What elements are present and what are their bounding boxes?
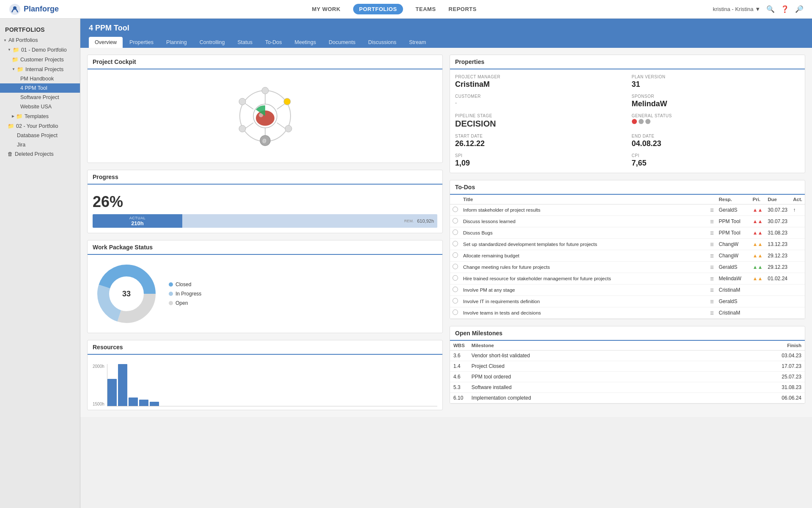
sidebar-item-customer-projects[interactable]: 📁 Customer Projects [0, 55, 80, 64]
tab-controlling[interactable]: Controlling [194, 37, 231, 48]
svg-point-1 [13, 6, 16, 10]
donut-section: 33 Closed In Progress [88, 255, 442, 333]
todo-checkbox[interactable] [450, 227, 461, 239]
logo[interactable]: Planforge [8, 3, 59, 16]
properties-panel: Properties PROJECT MANAGER CristinaM PLA… [450, 55, 805, 173]
sidebar-item-label: 01 - Demo Portfolio [21, 47, 67, 53]
sidebar-item-4ppm-tool[interactable]: 4 PPM Tool [0, 83, 80, 93]
app-layout: PORTFOLIOS ▼ All Portfolios ▼ 📁 01 - Dem… [0, 19, 812, 508]
nav-reports[interactable]: REPORTS [449, 6, 477, 12]
tab-overview[interactable]: Overview [89, 37, 123, 48]
donut-legend: Closed In Progress Open [169, 282, 201, 306]
sidebar-item-label: Jira [17, 142, 25, 148]
milestone-finish: 06.06.24 [708, 393, 805, 403]
page-header: 4 PPM Tool Overview Properties Planning … [80, 19, 812, 48]
todo-due [765, 296, 790, 307]
res-bar-1 [107, 379, 117, 406]
nav-links: MY WORK PORTFOLIOS TEAMS REPORTS [76, 4, 713, 14]
properties-grid: PROJECT MANAGER CristinaM PLAN VERSION 3… [450, 69, 805, 173]
prop-value: DECISION [455, 119, 623, 129]
sidebar-item-demo-portfolio[interactable]: ▼ 📁 01 - Demo Portfolio [0, 45, 80, 55]
sidebar-item-database-project[interactable]: Database Project [0, 131, 80, 140]
todo-resp: PPM Tool [716, 227, 750, 239]
svg-text:@: @ [262, 138, 266, 143]
sidebar-item-software-project[interactable]: Software Project [0, 93, 80, 102]
todo-checkbox[interactable] [450, 250, 461, 262]
zoom-icon[interactable]: 🔎 [795, 5, 804, 13]
milestone-wbs: 5.3 [450, 382, 468, 393]
sidebar-item-all-portfolios[interactable]: ▼ All Portfolios [0, 36, 80, 45]
svg-line-5 [277, 103, 285, 109]
todo-act [790, 216, 805, 227]
table-row: Inform stakeholder of project results ☰ … [450, 204, 805, 216]
nav-teams[interactable]: TEAMS [416, 6, 436, 12]
table-row: 4.6 PPM tool ordered 25.07.23 [450, 372, 805, 382]
table-row: Discuss Bugs ☰ PPM Tool ▲▲ 31.08.23 [450, 227, 805, 239]
todo-checkbox[interactable] [450, 296, 461, 307]
legend-dot-closed [169, 282, 173, 287]
col-icon [708, 195, 716, 204]
todo-checkbox[interactable] [450, 239, 461, 250]
tab-stream[interactable]: Stream [403, 37, 432, 48]
todo-resp: GeraldS [716, 262, 750, 273]
search-icon[interactable]: 🔍 [766, 5, 775, 13]
todo-checkbox[interactable] [450, 273, 461, 284]
sidebar-item-your-portfolio[interactable]: 📁 02 - Your Portfolio [0, 121, 80, 131]
milestone-wbs: 3.6 [450, 351, 468, 361]
sidebar-item-label: Software Project [20, 94, 59, 100]
tab-discussions[interactable]: Discussions [362, 37, 403, 48]
todo-title: Involve teams in tests and decisions [461, 307, 708, 319]
nav-user[interactable]: kristina - Kristina ▼ [713, 6, 760, 12]
tab-status[interactable]: Status [232, 37, 258, 48]
prop-end-date: END DATE 04.08.23 [632, 134, 800, 148]
sidebar-item-website-usa[interactable]: Website USA [0, 102, 80, 111]
todo-priority [750, 296, 765, 307]
todo-priority: ▲▲ [750, 227, 765, 239]
tab-documents[interactable]: Documents [323, 37, 361, 48]
help-icon[interactable]: ❓ [781, 5, 789, 13]
sidebar-item-label: Website USA [20, 104, 52, 110]
todo-checkbox[interactable] [450, 262, 461, 273]
res-bar-5 [150, 402, 159, 406]
tab-properties[interactable]: Properties [123, 37, 159, 48]
tab-meetings[interactable]: Meetings [289, 37, 322, 48]
sidebar-item-deleted-projects[interactable]: 🗑 Deleted Projects [0, 149, 80, 159]
todo-icon: ☰ [708, 284, 716, 296]
nav-portfolios[interactable]: PORTFOLIOS [353, 4, 403, 14]
todo-checkbox[interactable] [450, 204, 461, 216]
status-dots [632, 119, 800, 124]
donut-chart: 33 [93, 260, 160, 328]
prop-project-manager: PROJECT MANAGER CristinaM [455, 75, 623, 89]
folder-icon: 📁 [17, 66, 24, 72]
todo-title: Involve PM at any stage [461, 284, 708, 296]
table-row: Allocate remaining budget ☰ ChangW ▲▲ 29… [450, 250, 805, 262]
milestones-panel: Open Milestones WBS Milestone Finish 3.6… [450, 326, 805, 404]
tab-planning[interactable]: Planning [160, 37, 193, 48]
sidebar-item-jira[interactable]: Jira [0, 140, 80, 149]
sidebar-item-templates[interactable]: ▶ 📁 Templates [0, 111, 80, 121]
prop-customer: CUSTOMER - [455, 94, 623, 108]
todo-checkbox[interactable] [450, 284, 461, 296]
work-package-panel: Work Package Status 33 [87, 240, 443, 333]
cockpit-visual: @ [88, 69, 442, 163]
todo-due: 29.12.23 [765, 250, 790, 262]
nav-right: kristina - Kristina ▼ 🔍 ❓ 🔎 [713, 5, 804, 13]
todo-checkbox[interactable] [450, 216, 461, 227]
res-bar-3 [129, 398, 138, 406]
todo-title: Inform stakeholder of project results [461, 204, 708, 216]
todo-checkbox[interactable] [450, 307, 461, 319]
nav-mywork[interactable]: MY WORK [312, 6, 341, 12]
prop-value: 04.08.23 [632, 139, 800, 148]
todo-due: 30.07.23 [765, 204, 790, 216]
progress-panel: Progress 26% ACTUAL 210h REM. 610,92h [87, 170, 443, 233]
tab-todos[interactable]: To-Dos [259, 37, 288, 48]
sidebar-item-pm-handbook[interactable]: PM Handbook [0, 74, 80, 83]
table-row: 3.6 Vendor short-list validated 03.04.23 [450, 351, 805, 361]
col-resp: Resp. [716, 195, 750, 204]
sidebar-item-internal-projects[interactable]: ▼ 📁 Internal Projects [0, 64, 80, 74]
prop-label: CPI [632, 153, 800, 158]
table-row: Involve PM at any stage ☰ CristinaM [450, 284, 805, 296]
todo-title: Discuss lessons learned [461, 216, 708, 227]
milestone-name: Software installed [468, 382, 709, 393]
svg-point-14 [239, 125, 246, 132]
